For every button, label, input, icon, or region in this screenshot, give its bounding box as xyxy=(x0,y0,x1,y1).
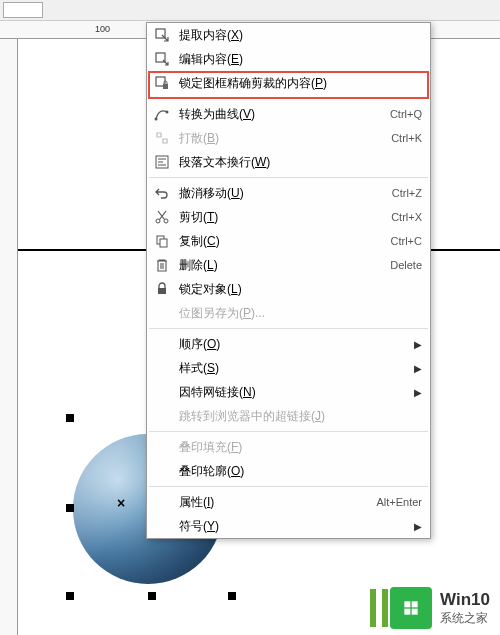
menu-label: 叠印轮廓(O) xyxy=(179,463,422,480)
menu-lock-powerclip-contents[interactable]: 锁定图框精确剪裁的内容(P) xyxy=(147,71,430,95)
menu-label: 编辑内容(E) xyxy=(179,51,422,68)
svg-rect-11 xyxy=(158,288,166,294)
menu-separator xyxy=(149,431,428,432)
menu-edit-contents[interactable]: 编辑内容(E) xyxy=(147,47,430,71)
selection-handle-br[interactable] xyxy=(228,592,236,600)
menu-order[interactable]: 顺序(O) ▶ xyxy=(147,332,430,356)
edit-icon xyxy=(153,50,171,68)
menu-label: 锁定图框精确剪裁的内容(P) xyxy=(179,75,422,92)
vertical-ruler xyxy=(0,39,18,635)
menu-shortcut: Ctrl+Q xyxy=(390,108,422,120)
submenu-arrow-icon: ▶ xyxy=(414,339,422,350)
svg-rect-15 xyxy=(412,609,418,615)
trash-icon xyxy=(153,256,171,274)
top-toolbar xyxy=(0,0,500,21)
svg-rect-10 xyxy=(160,239,167,247)
menu-separator xyxy=(149,328,428,329)
menu-shortcut: Delete xyxy=(390,259,422,271)
menu-save-bitmap-as: 位图另存为(P)... xyxy=(147,301,430,325)
undo-icon xyxy=(153,184,171,202)
menu-cut[interactable]: 剪切(T) Ctrl+X xyxy=(147,205,430,229)
menu-label: 复制(C) xyxy=(179,233,391,250)
context-menu: 提取内容(X) 编辑内容(E) 锁定图框精确剪裁的内容(P) 转换为曲线(V) … xyxy=(146,22,431,539)
selection-handle-bl[interactable] xyxy=(66,592,74,600)
ruler-tick: 100 xyxy=(95,24,110,34)
menu-label: 顺序(O) xyxy=(179,336,422,353)
blank-icon xyxy=(153,462,171,480)
copy-icon xyxy=(153,232,171,250)
menu-shortcut: Alt+Enter xyxy=(376,496,422,508)
menu-shortcut: Ctrl+Z xyxy=(392,187,422,199)
blank-icon xyxy=(153,335,171,353)
curve-icon xyxy=(153,105,171,123)
menu-label: 段落文本換行(W) xyxy=(179,154,422,171)
menu-extract-contents[interactable]: 提取内容(X) xyxy=(147,23,430,47)
svg-point-8 xyxy=(164,219,168,223)
selection-center: × xyxy=(117,495,125,511)
menu-style[interactable]: 样式(S) ▶ xyxy=(147,356,430,380)
blank-icon xyxy=(153,304,171,322)
menu-shortcut: Ctrl+C xyxy=(391,235,422,247)
watermark-subtitle: 系统之家 xyxy=(440,610,490,627)
lock-frame-icon xyxy=(153,74,171,92)
blank-icon xyxy=(153,407,171,425)
menu-label: 属性(I) xyxy=(179,494,376,511)
scissors-icon xyxy=(153,208,171,226)
blank-icon xyxy=(153,438,171,456)
menu-label: 因特网链接(N) xyxy=(179,384,422,401)
menu-overprint-outline[interactable]: 叠印轮廓(O) xyxy=(147,459,430,483)
menu-separator xyxy=(149,486,428,487)
watermark-logo-icon xyxy=(390,587,432,629)
selection-handle-tl[interactable] xyxy=(66,414,74,422)
menu-break-apart: 打散(B) Ctrl+K xyxy=(147,126,430,150)
menu-label: 符号(Y) xyxy=(179,518,422,535)
svg-rect-12 xyxy=(404,601,410,607)
blank-icon xyxy=(153,383,171,401)
text-wrap-icon xyxy=(153,153,171,171)
menu-label: 转换为曲线(V) xyxy=(179,106,390,123)
menu-label: 锁定对象(L) xyxy=(179,281,422,298)
menu-label: 撤消移动(U) xyxy=(179,185,392,202)
menu-delete[interactable]: 删除(L) Delete xyxy=(147,253,430,277)
submenu-arrow-icon: ▶ xyxy=(414,387,422,398)
menu-shortcut: Ctrl+K xyxy=(391,132,422,144)
watermark: Win10 系统之家 xyxy=(380,581,500,635)
svg-point-4 xyxy=(155,118,158,121)
menu-properties[interactable]: 属性(I) Alt+Enter xyxy=(147,490,430,514)
break-icon xyxy=(153,129,171,147)
svg-point-5 xyxy=(166,111,169,114)
watermark-title: Win10 xyxy=(440,590,490,610)
menu-jump-to-hyperlink: 跳转到浏览器中的超链接(J) xyxy=(147,404,430,428)
menu-label: 样式(S) xyxy=(179,360,422,377)
menu-separator xyxy=(149,177,428,178)
lock-icon xyxy=(153,280,171,298)
svg-rect-3 xyxy=(163,84,168,89)
svg-point-7 xyxy=(156,219,160,223)
svg-rect-13 xyxy=(412,601,418,607)
menu-label: 打散(B) xyxy=(179,130,391,147)
blank-icon xyxy=(153,493,171,511)
extract-icon xyxy=(153,26,171,44)
submenu-arrow-icon: ▶ xyxy=(414,363,422,374)
menu-internet-links[interactable]: 因特网链接(N) ▶ xyxy=(147,380,430,404)
menu-undo-move[interactable]: 撤消移动(U) Ctrl+Z xyxy=(147,181,430,205)
watermark-text: Win10 系统之家 xyxy=(440,590,490,627)
menu-label: 叠印填充(F) xyxy=(179,439,422,456)
toolbar-field[interactable] xyxy=(3,2,43,18)
blank-icon xyxy=(153,359,171,377)
menu-overprint-fill: 叠印填充(F) xyxy=(147,435,430,459)
blank-icon xyxy=(153,517,171,535)
svg-rect-14 xyxy=(404,609,410,615)
submenu-arrow-icon: ▶ xyxy=(414,521,422,532)
menu-wrap-paragraph-text[interactable]: 段落文本換行(W) xyxy=(147,150,430,174)
menu-separator xyxy=(149,98,428,99)
selection-handle-ml[interactable] xyxy=(66,504,74,512)
menu-label: 位图另存为(P)... xyxy=(179,305,422,322)
menu-symbol[interactable]: 符号(Y) ▶ xyxy=(147,514,430,538)
menu-copy[interactable]: 复制(C) Ctrl+C xyxy=(147,229,430,253)
menu-label: 提取内容(X) xyxy=(179,27,422,44)
menu-shortcut: Ctrl+X xyxy=(391,211,422,223)
menu-lock-object[interactable]: 锁定对象(L) xyxy=(147,277,430,301)
menu-convert-to-curves[interactable]: 转换为曲线(V) Ctrl+Q xyxy=(147,102,430,126)
selection-handle-bm[interactable] xyxy=(148,592,156,600)
